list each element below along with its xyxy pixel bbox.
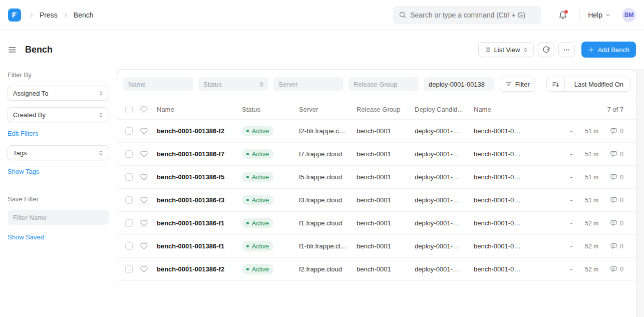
header-name[interactable]: Name [157,106,242,113]
comment-icon [610,196,617,204]
header-deploy-candidate[interactable]: Deploy Candid... [415,106,474,113]
save-filter-label: Save Filter [8,195,109,203]
favorite-button[interactable] [140,219,148,227]
last-modified-cell: 51 m [572,128,598,135]
release-group-cell: bench-0001 [357,265,415,273]
edit-filters-link[interactable]: Edit Filters [8,130,38,137]
header-release-group[interactable]: Release Group [357,106,415,113]
row-checkbox[interactable] [125,150,133,158]
favorite-button[interactable] [140,265,148,273]
heart-icon [140,219,148,227]
notifications-button[interactable] [558,11,567,20]
bench-name[interactable]: bench-0001-001386-f2 [157,127,242,135]
favorite-button[interactable] [140,173,148,181]
user-avatar[interactable]: BM [622,8,636,22]
deploy-candidate-filter-input[interactable] [424,77,494,91]
status-dot-icon [246,153,249,155]
header-server[interactable]: Server [299,106,357,113]
sort-button[interactable]: Last Modified On [546,77,630,92]
deploy-candidate-cell: deploy-0001-… [415,242,474,250]
server-filter-input[interactable] [273,77,344,91]
last-modified-cell: 52 m [572,266,598,273]
help-menu[interactable]: Help [588,11,611,19]
row-checkbox[interactable] [125,242,133,250]
comment-count: 0 [620,197,623,204]
status-label: Active [252,197,269,204]
chevron-up-down-icon [98,150,104,156]
comments-cell: 0 [598,150,623,158]
select-all-checkbox[interactable] [125,106,133,113]
show-tags-link[interactable]: Show Tags [8,168,39,175]
favorite-button[interactable] [140,127,148,135]
comment-count: 0 [620,174,623,181]
bench-name[interactable]: bench-0001-001386-f3 [157,196,242,204]
add-bench-button[interactable]: Add Bench [581,42,636,58]
table-row[interactable]: bench-0001-001386-f1 Active f1.frappe.cl… [117,211,636,234]
frappe-logo[interactable] [8,9,21,22]
table-row[interactable]: bench-0001-001386-f3 Active f3.frappe.cl… [117,188,636,211]
filter-name-input[interactable] [8,210,109,225]
bench-name[interactable]: bench-0001-001386-f1 [157,219,242,227]
status-badge: Active [242,126,273,136]
last-modified-cell: 51 m [572,197,598,204]
comments-cell: 0 [598,219,623,227]
status-badge: Active [242,264,273,274]
view-selector-button[interactable]: List View [478,42,534,57]
bench-name[interactable]: bench-0001-001386-f7 [157,150,242,158]
server-cell: f7.frappe.cloud [299,150,357,158]
filter-button[interactable]: Filter [500,77,535,92]
server-cell: f5.frappe.cloud [299,173,357,181]
comment-icon [610,242,617,250]
bench-name[interactable]: bench-0001-001386-f5 [157,173,242,181]
show-saved-link[interactable]: Show Saved [8,233,44,241]
favorite-button[interactable] [140,150,148,158]
table-row[interactable]: bench-0001-001386-f7 Active f7.frappe.cl… [117,142,636,165]
table-row[interactable]: bench-0001-001386-f2 Active f2.frappe.cl… [117,257,636,280]
status-label: Active [252,266,269,273]
name-filter-input[interactable] [123,77,193,91]
assigned-to-filter[interactable]: Assigned To [8,86,109,101]
empty-cell: - [546,150,572,158]
table-row[interactable]: bench-0001-001386-f1 Active f1-blr.frapp… [117,234,636,257]
server-cell: f1.frappe.cloud [299,219,357,227]
favorite-button[interactable] [140,196,148,204]
header-name2[interactable]: Name [474,106,546,113]
row-checkbox[interactable] [125,173,133,181]
favorite-button[interactable] [140,242,148,250]
heart-icon [140,106,148,113]
bench-name[interactable]: bench-0001-001386-f1 [157,242,242,250]
empty-cell: - [546,196,572,204]
breadcrumb-press[interactable]: Press [40,11,58,19]
refresh-button[interactable] [538,42,554,57]
sort-field-label[interactable]: Last Modified On [568,77,630,91]
sidebar-toggle-button[interactable] [8,46,17,54]
row-checkbox[interactable] [125,127,133,135]
release-group-filter-input[interactable] [349,77,419,91]
created-by-filter[interactable]: Created By [8,107,109,122]
sort-icon-segment[interactable] [547,77,565,91]
status-cell: Active [242,264,299,274]
breadcrumb: Press Bench [28,11,94,19]
more-options-button[interactable] [558,42,575,57]
search-input[interactable] [410,11,536,19]
breadcrumb-bench[interactable]: Bench [74,11,94,19]
bench-name[interactable]: bench-0001-001386-f2 [157,265,242,273]
header-status[interactable]: Status [242,106,299,113]
row-checkbox[interactable] [125,219,133,227]
plus-icon [588,47,594,53]
table-row[interactable]: bench-0001-001386-f5 Active f5.frappe.cl… [117,165,636,188]
row-checkbox[interactable] [125,196,133,204]
row-checkbox[interactable] [125,265,133,273]
status-cell: Active [242,149,299,159]
tags-filter[interactable]: Tags [8,145,109,160]
status-dot-icon [246,130,249,132]
table-row[interactable]: bench-0001-001386-f2 Active f2-blr.frapp… [117,119,636,142]
deploy-candidate-cell: deploy-0001-… [415,173,474,181]
refresh-icon [542,46,550,54]
page-header: Bench List View Add Bench [0,30,644,69]
ellipsis-icon [563,46,570,54]
status-dot-icon [246,222,249,224]
status-filter-select[interactable]: Status [198,77,268,91]
command-search[interactable] [393,6,541,24]
release-group-cell: bench-0001 [357,150,415,158]
